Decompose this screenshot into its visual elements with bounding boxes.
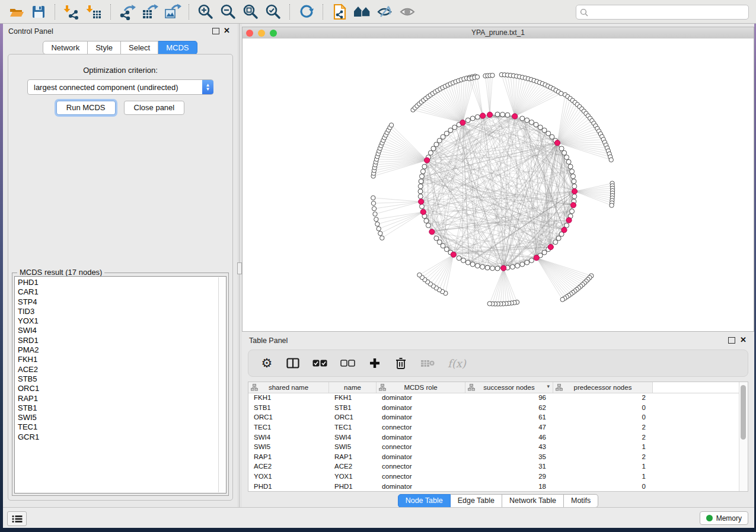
graph-ring-node[interactable] [525,118,529,123]
tab-select[interactable]: Select [121,41,158,55]
graph-leaf-node[interactable] [560,297,564,302]
graph-ring-node[interactable] [542,250,547,255]
mcds-result-item[interactable]: FKH1 [18,355,226,364]
tab-network[interactable]: Network [43,41,88,55]
graph-ring-node[interactable] [422,164,427,169]
table-cell[interactable]: ORC1 [248,414,329,421]
table-cell[interactable]: dominator [377,414,465,421]
graph-leaf-node[interactable] [371,201,375,205]
select-all-button[interactable] [312,355,327,371]
document-network-button[interactable] [328,2,351,21]
table-cell[interactable]: 35 [465,453,553,460]
graph-ring-node[interactable] [457,256,461,261]
graph-ring-node[interactable] [572,179,576,184]
mcds-result-item[interactable]: PHD1 [18,278,226,287]
graph-ring-node[interactable] [461,258,466,263]
table-cell[interactable]: 96 [465,394,553,401]
table-cell[interactable]: 18 [465,483,553,490]
table-mode-button[interactable]: ⚙ [260,355,273,371]
graph-ring-node[interactable] [534,122,538,127]
zoom-fit-button[interactable] [240,2,262,21]
graph-ring-node[interactable] [568,164,573,169]
table-cell[interactable]: 1 [553,463,653,470]
graph-ring-node[interactable] [529,258,534,263]
graph-ring-node[interactable] [448,128,453,133]
table-cell[interactable]: dominator [377,483,465,490]
graph-ring-node[interactable] [475,264,480,268]
table-cell[interactable]: 2 [553,424,653,431]
graph-mcds-hub-node[interactable] [424,158,429,163]
graph-ring-node[interactable] [465,260,470,265]
table-cell[interactable]: 31 [465,463,553,470]
table-cell[interactable]: 0 [553,483,653,490]
hide-selected-button[interactable] [374,2,396,21]
close-panel-icon[interactable]: ✕ [224,26,230,36]
graph-ring-node[interactable] [444,247,449,252]
graph-ring-node[interactable] [419,174,424,179]
mcds-result-item[interactable]: TID3 [18,307,226,316]
graph-ring-node[interactable] [571,174,576,179]
graph-ring-node[interactable] [520,262,525,267]
table-cell[interactable]: 1 [553,473,653,480]
graph-mcds-hub-node[interactable] [566,217,572,223]
table-cell[interactable]: RAP1 [329,453,377,460]
table-row[interactable]: SWI5SWI5connector431 [248,442,739,452]
graph-leaf-node[interactable] [375,222,379,226]
graph-leaf-node[interactable] [373,212,377,216]
table-cell[interactable]: 29 [465,473,553,480]
graph-mcds-hub-node[interactable] [420,209,426,214]
zoom-selected-button[interactable] [262,2,285,21]
graph-ring-node[interactable] [420,169,425,174]
mcds-result-item[interactable]: GCR1 [18,432,226,442]
table-cell[interactable]: FKH1 [329,394,377,401]
graph-mcds-hub-node[interactable] [570,203,576,208]
graph-ring-node[interactable] [562,150,567,155]
graph-ring-node[interactable] [428,150,433,155]
table-cell[interactable]: connector [377,443,465,450]
table-cell[interactable]: TEC1 [248,424,329,431]
column-header-MCDS-role[interactable]: MCDS role [377,382,465,393]
graph-ring-node[interactable] [444,131,449,136]
graph-mcds-hub-node[interactable] [487,112,492,117]
graph-ring-node[interactable] [553,240,558,245]
mcds-result-list[interactable]: PHD1CAR1STP4TID3YOX1SWI4SRD1PMA2FKH1ACE2… [14,276,227,493]
graph-mcds-hub-node[interactable] [451,252,456,257]
mcds-result-item[interactable]: ORC1 [18,384,226,393]
graph-leaf-node[interactable] [609,158,613,162]
tab-style[interactable]: Style [88,41,121,55]
table-cell[interactable]: SWI4 [248,434,329,441]
table-cell[interactable]: 0 [553,404,653,411]
column-header-shared-name[interactable]: shared name [248,382,329,393]
graph-leaf-node[interactable] [559,91,563,95]
add-column-button[interactable] [368,355,381,371]
deselect-all-button[interactable] [340,355,355,371]
graph-ring-node[interactable] [480,265,485,270]
divider-handle[interactable] [237,262,242,274]
table-cell[interactable]: 43 [465,443,553,450]
table-cell[interactable]: dominator [377,394,465,401]
graph-ring-node[interactable] [505,113,510,117]
show-columns-button[interactable] [286,355,299,371]
search-input[interactable] [588,8,748,17]
table-row[interactable]: PHD1PHD1dominator180 [248,481,739,491]
graph-ring-node[interactable] [566,159,571,164]
graph-ring-node[interactable] [434,236,439,241]
graph-ring-node[interactable] [465,118,470,123]
graph-ring-node[interactable] [529,120,534,124]
graph-leaf-node[interactable] [389,123,393,127]
export-image-button[interactable] [161,2,184,21]
graph-ring-node[interactable] [556,236,561,241]
table-row[interactable]: SWI4SWI4dominator462 [248,432,739,442]
graph-ring-node[interactable] [525,260,529,265]
zoom-in-button[interactable] [194,2,217,21]
table-cell[interactable]: YOX1 [329,473,377,480]
graph-ring-node[interactable] [490,266,495,271]
column-header-name[interactable]: name [329,382,377,393]
tab-mcds[interactable]: MCDS [158,41,197,55]
graph-ring-node[interactable] [437,138,442,143]
graph-ring-node[interactable] [419,179,423,184]
table-cell[interactable]: SWI4 [329,434,377,441]
graph-ring-node[interactable] [510,265,515,270]
table-scrollbar-thumb[interactable] [741,385,746,440]
table-cell[interactable]: 2 [553,453,653,460]
